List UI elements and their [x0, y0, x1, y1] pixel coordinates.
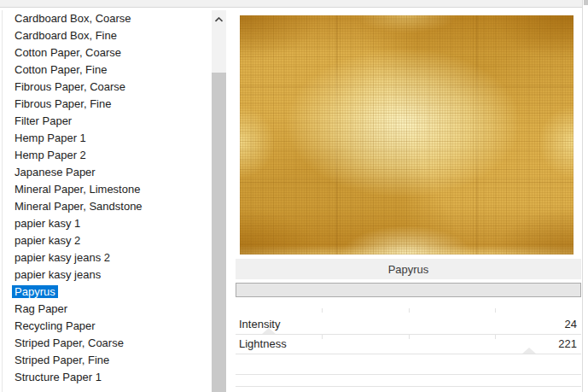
list-item[interactable]: Mineral Paper, Limestone [3, 181, 212, 198]
list-item-label: papier kasy jeans 2 [12, 251, 113, 264]
empty-parameter-row [236, 354, 581, 375]
list-item[interactable]: Striped Paper, Coarse [3, 335, 212, 352]
list-item[interactable]: Mineral Paper, Sandstone [3, 198, 212, 215]
slider-tick [322, 335, 323, 339]
slider-tick [409, 308, 410, 313]
scroll-up-button[interactable] [212, 10, 226, 25]
list-item-label: papier kasy 1 [12, 217, 83, 230]
list-item-label: Filter Paper [12, 114, 74, 127]
slider-tick [495, 335, 496, 339]
list-item[interactable]: Papyrus [3, 284, 212, 301]
progress-bar [236, 283, 581, 297]
right-panel-border [582, 0, 583, 392]
list-item-label: Hemp Paper 1 [12, 132, 89, 144]
list-item[interactable]: papier kasy jeans 2 [3, 249, 212, 266]
list-item-label: Hemp Paper 2 [12, 149, 89, 161]
list-item-label: Fibrous Paper, Coarse [12, 80, 128, 93]
texture-preview-image [240, 15, 573, 255]
list-item-label: Cardboard Box, Coarse [12, 12, 134, 25]
list-item[interactable]: Cotton Paper, Coarse [3, 44, 212, 61]
lightness-slider-row[interactable]: Lightness 221 [236, 335, 581, 354]
list-item[interactable]: Hemp Paper 1 [3, 130, 212, 147]
list-item[interactable]: papier kasy 2 [3, 232, 212, 249]
list-item-label: Striped Paper, Fine [12, 354, 112, 366]
list-item[interactable]: Fibrous Paper, Fine [3, 96, 212, 113]
scrollbar-thumb[interactable] [212, 73, 226, 392]
parameter-rows: Intensity 24 Lightness 221 [236, 308, 581, 387]
list-item-label: Rag Paper [12, 302, 70, 315]
intensity-slider-row[interactable]: Intensity 24 [236, 308, 581, 335]
list-item-label: Mineral Paper, Limestone [12, 183, 143, 196]
list-item-label: papier kasy 2 [12, 234, 83, 247]
list-item[interactable]: Fibrous Paper, Coarse [3, 79, 212, 96]
texture-caption-bar: Papyrus [236, 259, 581, 279]
list-item-label: Cardboard Box, Fine [12, 29, 119, 42]
list-item-label: papier kasy jeans [12, 268, 103, 281]
list-item[interactable]: Japanese Paper [3, 164, 212, 181]
list-item[interactable]: papier kasy jeans [3, 266, 212, 284]
chevron-up-icon [215, 10, 223, 26]
list-item[interactable]: Structure Paper 1 [3, 369, 212, 386]
list-item[interactable]: Striped Paper, Fine [3, 352, 212, 369]
list-item-label: Striped Paper, Coarse [12, 336, 126, 349]
list-item[interactable]: Recycling Paper [3, 318, 212, 335]
lightness-slider-thumb[interactable] [522, 348, 536, 354]
list-item[interactable]: Cardboard Box, Fine [3, 27, 212, 44]
list-item[interactable]: Cotton Paper, Fine [3, 61, 212, 79]
slider-tick [322, 308, 323, 313]
lightness-value: 221 [558, 337, 577, 350]
slider-tick [495, 308, 496, 313]
list-item-label: Recycling Paper [12, 319, 98, 332]
list-item-label: Cotton Paper, Coarse [12, 46, 124, 59]
slider-tick [409, 335, 410, 339]
list-item[interactable]: Filter Paper [3, 113, 212, 130]
list-item[interactable]: papier kasy 1 [3, 215, 212, 232]
list-item-label: Structure Paper 1 [12, 371, 104, 383]
lightness-label: Lightness [239, 337, 287, 350]
texture-list: Cardboard Box, CoarseCardboard Box, Fine… [2, 10, 212, 392]
list-item-label: Japanese Paper [12, 166, 98, 178]
list-item[interactable]: Cardboard Box, Coarse [3, 10, 212, 27]
list-item[interactable]: Hemp Paper 2 [3, 147, 212, 164]
intensity-value: 24 [565, 318, 577, 331]
list-item-label: Cotton Paper, Fine [12, 63, 109, 76]
list-item[interactable]: Rag Paper [3, 301, 212, 318]
list-item-label: Fibrous Paper, Fine [12, 97, 114, 110]
list-scrollbar[interactable] [212, 10, 226, 392]
top-divider-band [0, 0, 582, 8]
intensity-slider-thumb[interactable] [262, 328, 276, 334]
texture-caption: Papyrus [388, 263, 429, 276]
texture-picker-dialog: Cardboard Box, CoarseCardboard Box, Fine… [0, 0, 588, 392]
corner-fragment [584, 0, 588, 5]
empty-parameter-row [236, 375, 581, 387]
list-item-label: Mineral Paper, Sandstone [12, 200, 145, 213]
list-item-label: Papyrus [12, 285, 58, 298]
